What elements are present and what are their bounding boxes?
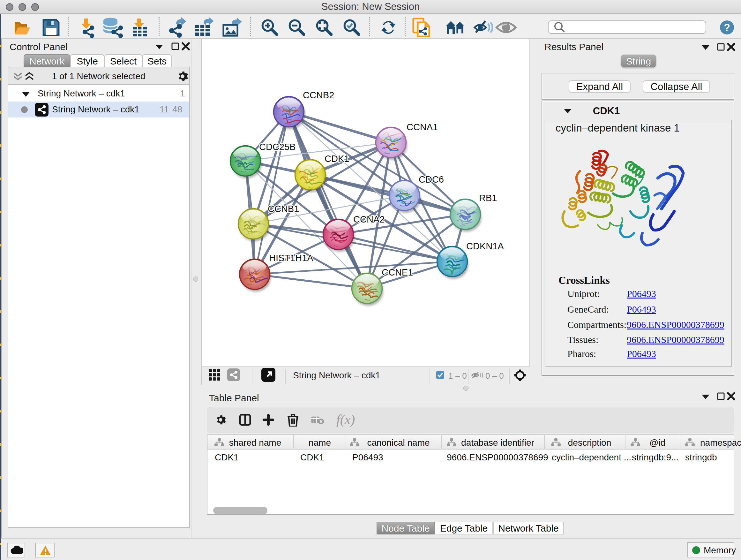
svg-text:RB1: RB1 xyxy=(479,193,497,203)
svg-text:CCNE1: CCNE1 xyxy=(382,267,413,277)
svg-text:CCNA2: CCNA2 xyxy=(353,214,385,225)
svg-text:?: ? xyxy=(724,22,730,33)
svg-text:CDC6: CDC6 xyxy=(419,174,444,185)
svg-text:CCNB2: CCNB2 xyxy=(303,90,334,100)
svg-text:CCNA1: CCNA1 xyxy=(407,122,438,132)
svg-text:CDKN1A: CDKN1A xyxy=(466,241,504,251)
svg-text:CDC25B: CDC25B xyxy=(259,142,295,152)
svg-text:HIST1H1A: HIST1H1A xyxy=(269,253,313,263)
svg-text:CCNB1: CCNB1 xyxy=(268,204,299,214)
svg-text:CDK1: CDK1 xyxy=(325,153,349,164)
